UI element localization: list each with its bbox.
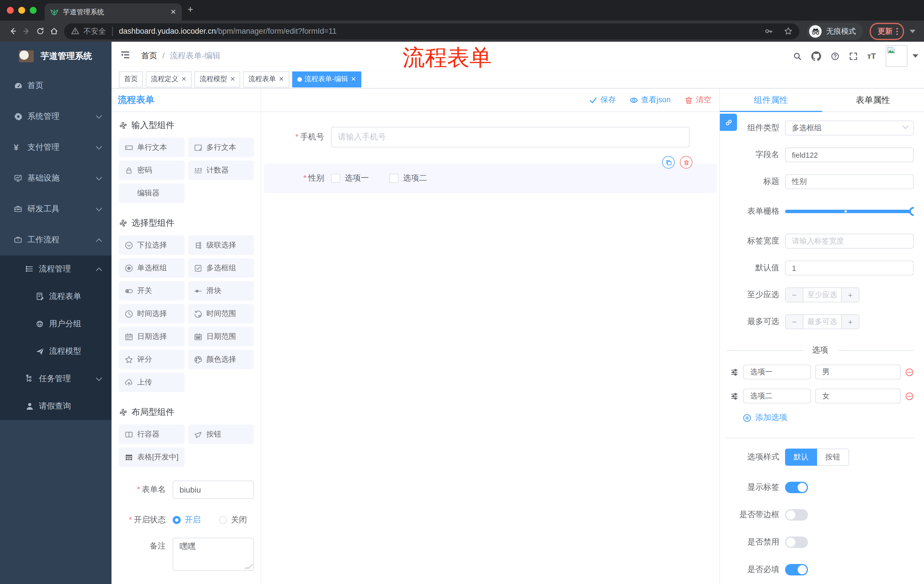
form-grid-slider[interactable] — [785, 204, 914, 219]
clear-button[interactable]: 清空 — [685, 95, 711, 105]
style-default-button[interactable]: 默认 — [785, 449, 817, 466]
component-chip-级联选择[interactable]: 级联选择 — [188, 235, 254, 255]
component-chip-评分[interactable]: 评分 — [119, 350, 185, 369]
max-select-stepper[interactable]: −最多可选+ — [785, 314, 860, 329]
save-button[interactable]: 保存 — [589, 95, 616, 105]
component-chip-单行文本[interactable]: 单行文本 — [119, 138, 185, 157]
component-type-select[interactable]: 多选框组 — [785, 120, 914, 135]
sidebar-item-用户分组[interactable]: 用户分组 — [0, 310, 112, 338]
forward-icon[interactable] — [20, 24, 33, 38]
sidebar-item-工作流程[interactable]: 工作流程 — [0, 225, 112, 255]
component-chip-时间选择[interactable]: 时间选择 — [119, 304, 185, 323]
new-tab-button[interactable]: + — [188, 4, 193, 15]
github-icon[interactable] — [811, 51, 821, 61]
reload-icon[interactable] — [33, 24, 47, 38]
tag-首页[interactable]: 首页 — [119, 71, 143, 87]
remove-option-icon[interactable] — [905, 392, 914, 400]
component-chip-日期选择[interactable]: 日期选择 — [119, 327, 185, 346]
component-chip-滑块[interactable]: 滑块 — [188, 281, 254, 301]
traffic-minimize-button[interactable] — [18, 7, 25, 14]
avatar-caret-icon[interactable] — [912, 54, 918, 58]
fullscreen-icon[interactable] — [849, 52, 857, 60]
component-chip-单选框组[interactable]: 单选框组 — [119, 258, 185, 278]
add-option-button[interactable]: 添加选项 — [743, 413, 914, 423]
copy-component-button[interactable] — [662, 156, 675, 169]
tag-close-icon[interactable]: ✕ — [181, 76, 186, 83]
tag-流程模型[interactable]: 流程模型✕ — [195, 71, 240, 87]
breadcrumb-home[interactable]: 首页 — [141, 51, 157, 61]
component-chip-计数器[interactable]: 123计数器 — [188, 161, 254, 180]
back-icon[interactable] — [6, 24, 20, 38]
option-label-input[interactable]: 选项二 — [743, 388, 811, 403]
option-value-input[interactable]: 女 — [815, 388, 901, 403]
component-chip-表格[开发中][interactable]: 表格[开发中] — [119, 447, 185, 467]
component-chip-多选框组[interactable]: 多选框组 — [188, 258, 254, 278]
field-name-input[interactable]: field122 — [785, 147, 914, 162]
tag-流程表单-编辑[interactable]: 流程表单-编辑✕ — [292, 71, 361, 87]
toggle-是否禁用[interactable] — [785, 536, 808, 548]
font-size-icon[interactable]: ᴛT — [867, 51, 876, 61]
tab-form-props[interactable]: 表单属性 — [822, 89, 924, 112]
style-button-button[interactable]: 按钮 — [817, 449, 849, 466]
sidebar-item-研发工具[interactable]: 研发工具 — [0, 194, 112, 225]
form-remark-textarea[interactable]: 嘿嘿 — [173, 538, 254, 571]
component-chip-开关[interactable]: 开关 — [119, 281, 185, 301]
plus-button[interactable]: + — [841, 288, 859, 302]
tab-close-icon[interactable]: ✕ — [170, 8, 176, 16]
tag-close-icon[interactable]: ✕ — [351, 76, 356, 83]
gender-field-block[interactable]: *性别 选项一选项二 — [264, 163, 717, 193]
component-chip-行容器[interactable]: 行容器 — [119, 424, 185, 444]
sidebar-item-请假查询[interactable]: 请假查询 — [0, 393, 112, 420]
component-chip-下拉选择[interactable]: 下拉选择 — [119, 235, 185, 255]
slider-handle[interactable] — [909, 207, 914, 216]
minus-button[interactable]: − — [785, 315, 804, 329]
sidebar-item-支付管理[interactable]: ¥支付管理 — [0, 132, 112, 163]
component-chip-多行文本[interactable]: 多行文本 — [188, 138, 254, 157]
tag-流程定义[interactable]: 流程定义✕ — [146, 71, 191, 87]
component-chip-按钮[interactable]: 按钮 — [188, 424, 254, 444]
profile-caret-icon[interactable] — [910, 30, 916, 33]
drag-handle-icon[interactable] — [730, 392, 739, 400]
bookmark-star-icon[interactable] — [784, 27, 792, 35]
chrome-update-button[interactable]: 更新 — [870, 23, 904, 40]
search-icon[interactable] — [793, 52, 801, 60]
sidebar-item-基础设施[interactable]: 基础设施 — [0, 163, 112, 194]
kebab-menu-icon[interactable] — [896, 27, 898, 35]
title-input[interactable]: 性别 — [785, 174, 914, 189]
status-on-radio[interactable]: 开启 — [173, 515, 201, 525]
tab-component-props[interactable]: 组件属性 — [720, 89, 822, 112]
sidebar-item-系统管理[interactable]: 系统管理 — [0, 101, 112, 132]
gender-checkbox-选项二[interactable]: 选项二 — [389, 173, 427, 183]
toggle-是否带边框[interactable] — [785, 509, 808, 521]
sidebar-item-流程管理[interactable]: 流程管理 — [0, 255, 112, 283]
sidebar-item-首页[interactable]: 首页 — [0, 70, 112, 101]
browser-tab[interactable]: 芋道管理系统 ✕ — [45, 3, 182, 21]
checkbox-box[interactable] — [331, 174, 340, 183]
link-handle[interactable] — [720, 114, 737, 131]
status-off-radio[interactable]: 关闭 — [219, 515, 247, 525]
default-value-input[interactable]: 1 — [785, 261, 914, 275]
tag-流程表单[interactable]: 流程表单✕ — [243, 71, 289, 87]
toggle-显示标签[interactable] — [785, 482, 808, 493]
minus-button[interactable]: − — [785, 288, 804, 302]
component-chip-上传[interactable]: 上传 — [119, 373, 185, 392]
option-label-input[interactable]: 选项一 — [743, 365, 811, 380]
phone-input[interactable]: 请输入手机号 — [331, 127, 690, 147]
min-select-stepper[interactable]: −至少应选+ — [785, 288, 860, 302]
view-json-button[interactable]: 查看json — [630, 95, 671, 105]
option-value-input[interactable]: 男 — [815, 365, 901, 380]
help-icon[interactable] — [830, 52, 839, 60]
form-name-input[interactable]: biubiu — [173, 480, 254, 499]
home-icon[interactable] — [47, 24, 61, 38]
drag-handle-icon[interactable] — [730, 368, 739, 376]
tag-close-icon[interactable]: ✕ — [279, 76, 284, 83]
delete-component-button[interactable] — [680, 156, 693, 169]
component-chip-密码[interactable]: 密码 — [119, 161, 185, 180]
sidebar-item-任务管理[interactable]: 任务管理 — [0, 365, 112, 393]
label-width-input[interactable]: 请输入标签宽度 — [785, 234, 914, 248]
address-bar[interactable]: 不安全 dashboard.yudao.iocoder.cn /bpm/mana… — [64, 23, 799, 39]
component-chip-日期范围[interactable]: 日期范围 — [188, 327, 254, 346]
password-key-icon[interactable] — [764, 27, 773, 35]
sidebar-item-流程模型[interactable]: 流程模型 — [0, 338, 112, 365]
collapse-sidebar-icon[interactable] — [120, 50, 130, 59]
